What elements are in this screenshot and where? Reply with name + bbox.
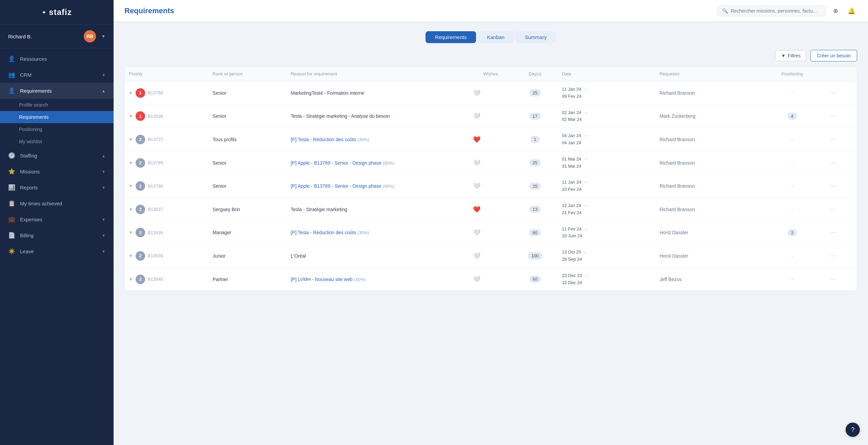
tab-requirements[interactable]: Requirements bbox=[426, 31, 476, 43]
date-arrow-icon: → bbox=[583, 249, 587, 255]
wish-button[interactable]: 🤍 bbox=[473, 112, 480, 120]
positioning-cell: 4 bbox=[760, 105, 825, 128]
wish-button[interactable]: 🤍 bbox=[473, 182, 480, 190]
sidebar-item-ressources[interactable]: 👤 Ressources bbox=[0, 51, 114, 67]
requestor-name: Horst Dassler bbox=[659, 230, 688, 235]
sidebar-item-positioning[interactable]: Positioning bbox=[0, 123, 114, 135]
filter-button[interactable]: ▼ Filtres bbox=[775, 50, 806, 61]
wish-button[interactable]: 🤍 bbox=[473, 229, 480, 236]
tab-summary[interactable]: Summary bbox=[515, 31, 556, 43]
priority-arrow-icon[interactable]: ▼ bbox=[129, 114, 133, 118]
positioning-cell: - bbox=[760, 174, 825, 198]
wish-button[interactable]: ❤️ bbox=[473, 206, 480, 213]
table-row: ▼ 2 B13537 Serguey Brin Tesla - Stratégi… bbox=[125, 198, 857, 221]
row-id: B13727 bbox=[148, 137, 163, 142]
priority-arrow-icon[interactable]: ▼ bbox=[129, 137, 133, 142]
search-input[interactable] bbox=[731, 8, 821, 14]
wishes-cell: 🤍 bbox=[469, 244, 512, 268]
reason-text: [P] Tesla - Réduction des coûts (30%) bbox=[291, 230, 369, 235]
more-actions-button[interactable]: ··· bbox=[829, 182, 837, 190]
rank-text: Tous profils bbox=[213, 137, 237, 142]
reports-chevron-icon: ▼ bbox=[102, 186, 105, 190]
priority-arrow-icon[interactable]: ▼ bbox=[129, 161, 133, 165]
wishes-cell: 🤍 bbox=[469, 221, 512, 244]
priority-badge: 2 bbox=[136, 251, 145, 261]
date-to: 10 Juin 24 bbox=[562, 233, 582, 238]
help-button[interactable]: ? bbox=[846, 423, 860, 437]
row-id: B13788 bbox=[148, 90, 163, 95]
date-from: 11 Jan 24 bbox=[562, 87, 581, 92]
priority-arrow-icon[interactable]: ▼ bbox=[129, 207, 133, 212]
sidebar-item-billing[interactable]: 📄 Billing ▼ bbox=[0, 227, 114, 243]
more-actions-button[interactable]: ··· bbox=[829, 135, 837, 144]
sidebar-item-profile-search[interactable]: Profile search bbox=[0, 99, 114, 111]
sidebar-sub-label: Profile search bbox=[19, 102, 48, 108]
priority-badge: 2 bbox=[136, 135, 145, 144]
requestor-name: Richard Branson bbox=[659, 207, 695, 212]
requirements-submenu: Profile search Requirements Positioning … bbox=[0, 99, 114, 148]
sidebar-item-label: Leave bbox=[20, 248, 34, 254]
sidebar-item-missions[interactable]: ⭐ Missions ▼ bbox=[0, 164, 114, 180]
wish-button[interactable]: 🤍 bbox=[473, 276, 480, 283]
more-actions-button[interactable]: ··· bbox=[829, 228, 837, 237]
wish-button[interactable]: 🤍 bbox=[473, 89, 480, 97]
requestor-name: Richard Branson bbox=[659, 160, 695, 166]
user-section[interactable]: Richard B. RB ▼ bbox=[0, 25, 114, 48]
tab-kanban[interactable]: Kanban bbox=[477, 31, 514, 43]
sidebar-item-expenses[interactable]: 💼 Expenses ▼ bbox=[0, 211, 114, 227]
table-row: ▼ 2 B13790 Senior [P] Apple - B13789 - S… bbox=[125, 174, 857, 198]
date-range: 23 Dec 23 → 12 Dec 24 bbox=[562, 272, 651, 286]
topbar-right: 🔍 ⊕ 🔔 bbox=[717, 5, 857, 17]
sidebar-item-label: Reports bbox=[20, 185, 38, 190]
table-row: ▼ 2 B13539 Junior L'Oréal 🤍 100 13 Oct 2… bbox=[125, 244, 857, 268]
wish-button[interactable]: 🤍 bbox=[473, 252, 480, 260]
reason-text: [P] LVMH - Nouveau site web (40%) bbox=[291, 277, 366, 282]
positioning-dash: - bbox=[791, 137, 793, 142]
sidebar-item-crm[interactable]: 👥 CRM ▼ bbox=[0, 67, 114, 83]
col-priority: Priority bbox=[125, 67, 209, 81]
add-icon[interactable]: ⊕ bbox=[831, 5, 840, 17]
requirements-icon: 👤 bbox=[8, 87, 15, 94]
date-arrow-icon: → bbox=[583, 180, 588, 185]
sidebar-item-label: My times achieved bbox=[20, 201, 62, 206]
notification-icon[interactable]: 🔔 bbox=[846, 5, 857, 17]
positioning-dash: - bbox=[791, 277, 793, 282]
wishes-cell: 🤍 bbox=[469, 267, 512, 291]
priority-arrow-icon[interactable]: ▼ bbox=[129, 254, 133, 258]
days-badge: 25 bbox=[529, 89, 541, 96]
search-bar[interactable]: 🔍 bbox=[717, 5, 826, 16]
date-from: 12 Jan 24 bbox=[562, 203, 581, 208]
user-chevron-icon: ▼ bbox=[101, 34, 105, 39]
wish-button[interactable]: ❤️ bbox=[473, 136, 480, 143]
more-actions-button[interactable]: ··· bbox=[829, 112, 837, 120]
sidebar-item-reports[interactable]: 📊 Reports ▼ bbox=[0, 180, 114, 196]
date-range: 01 Mai 24 → 31 Mai 24 bbox=[562, 156, 651, 170]
more-actions-button[interactable]: ··· bbox=[829, 252, 837, 260]
date-from: 04 Jan 24 bbox=[562, 133, 581, 138]
positioning-badge: 4 bbox=[788, 113, 797, 120]
positioning-dash: - bbox=[791, 90, 793, 96]
sidebar-item-requirements[interactable]: 👤 Requirements ▲ bbox=[0, 83, 114, 99]
user-name: Richard B. bbox=[8, 34, 32, 39]
date-to: 04 Jan 24 bbox=[562, 140, 581, 145]
logo-area: ✦ stafiz bbox=[0, 0, 114, 25]
more-actions-button[interactable]: ··· bbox=[829, 275, 837, 284]
sidebar-item-staffing[interactable]: 🕐 Staffing ▲ bbox=[0, 148, 114, 164]
create-button[interactable]: Créer un besoin bbox=[810, 50, 857, 61]
wish-button[interactable]: 🤍 bbox=[473, 159, 480, 167]
sidebar-item-requirements-sub[interactable]: Requirements bbox=[0, 111, 114, 123]
sidebar-item-my-wishlist[interactable]: My wishlist bbox=[0, 135, 114, 148]
more-actions-button[interactable]: ··· bbox=[829, 205, 837, 214]
priority-arrow-icon[interactable]: ▼ bbox=[129, 184, 133, 188]
priority-arrow-icon[interactable]: ▼ bbox=[129, 91, 133, 95]
date-arrow-icon: → bbox=[583, 156, 588, 162]
priority-arrow-icon[interactable]: ▼ bbox=[129, 277, 133, 282]
wishes-cell: 🤍 bbox=[469, 81, 512, 105]
more-actions-button[interactable]: ··· bbox=[829, 89, 837, 97]
expenses-icon: 💼 bbox=[8, 216, 15, 223]
date-from: 11 Jan 24 bbox=[562, 180, 581, 185]
more-actions-button[interactable]: ··· bbox=[829, 159, 837, 167]
sidebar-item-leave[interactable]: ☀️ Leave ▼ bbox=[0, 243, 114, 259]
sidebar-item-my-times[interactable]: 📋 My times achieved bbox=[0, 196, 114, 211]
priority-arrow-icon[interactable]: ▼ bbox=[129, 230, 133, 235]
